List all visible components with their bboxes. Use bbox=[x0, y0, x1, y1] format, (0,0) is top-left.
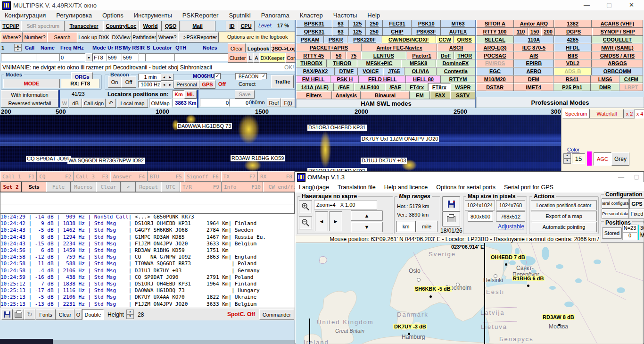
qth-input[interactable] bbox=[174, 53, 204, 61]
macro-tx[interactable]: TXF7 bbox=[221, 171, 258, 182]
promode-egc[interactable]: EGC bbox=[476, 67, 514, 76]
macro-repeat[interactable]: Repeat bbox=[136, 182, 161, 192]
automatic-pointing-button[interactable]: Automatic pointing bbox=[531, 222, 597, 232]
pan-down-button[interactable]: ▼ bbox=[351, 222, 383, 232]
mode-mt63[interactable]: MT63 bbox=[441, 20, 475, 28]
mode-125[interactable]: 125 bbox=[349, 28, 366, 36]
macro--[interactable]: ↶ bbox=[121, 182, 136, 192]
macro-btu[interactable]: BTUF5 bbox=[148, 171, 184, 182]
mode-psk10[interactable]: PSK10 bbox=[412, 20, 441, 28]
gps-config-button[interactable]: GPS bbox=[629, 198, 644, 210]
fonts-button[interactable]: Fonts bbox=[36, 309, 56, 320]
mode-ale400[interactable]: ALE400 bbox=[354, 83, 385, 91]
value2-field[interactable]: 0 bbox=[229, 99, 250, 107]
mode-voice[interactable]: VOICE bbox=[358, 67, 383, 76]
mode-qrss[interactable]: QRSS bbox=[454, 36, 475, 44]
mode-jt65[interactable]: JT65 bbox=[383, 67, 404, 76]
mode-lentus[interactable]: LENTUS bbox=[361, 51, 406, 59]
with-information-button[interactable]: With information bbox=[1, 90, 58, 99]
menu-item-options[interactable]: Options bbox=[102, 12, 124, 19]
promode-iec-870-5[interactable]: IEC 870-5 bbox=[514, 43, 554, 51]
promode-imet4[interactable]: IMET4 bbox=[514, 83, 553, 91]
mode-cw-ndb-ncdxf[interactable]: CW/NDB/NCDXF bbox=[381, 36, 436, 44]
pan-left-button[interactable]: ◄ bbox=[315, 211, 328, 231]
mode-dtmf[interactable]: DTMF bbox=[335, 67, 358, 76]
macro-clear[interactable]: Clear bbox=[96, 182, 121, 192]
map-canvas[interactable]: 023°06.914' E SverigeOsloStockholmDanmar… bbox=[296, 243, 643, 344]
name-input[interactable] bbox=[36, 53, 61, 61]
undo-button[interactable]: ↶ bbox=[106, 99, 116, 108]
mode-250[interactable]: 250 bbox=[366, 28, 383, 36]
macro-utc[interactable]: UTC bbox=[161, 182, 180, 192]
spotc-status[interactable]: SpotC. Off bbox=[227, 311, 255, 318]
ommap-menu-translation-file[interactable]: Translation file bbox=[338, 184, 376, 191]
pan-right-button[interactable]: ► bbox=[329, 211, 342, 231]
promode-150[interactable]: 150 bbox=[528, 28, 542, 36]
search-button[interactable]: Search bbox=[47, 32, 77, 42]
spectrum-tab[interactable]: Spectrum bbox=[562, 109, 590, 118]
cluster-button[interactable]: Cluster bbox=[228, 53, 248, 63]
mode-hell-80[interactable]: HELL 80 bbox=[406, 76, 440, 84]
macro-file[interactable]: File bbox=[46, 182, 71, 192]
maximize-button[interactable]: ▢ bbox=[606, 1, 612, 8]
macro-call-3[interactable]: Call 3F3 bbox=[74, 171, 110, 182]
ft-button[interactable]: F(t) bbox=[281, 98, 295, 107]
mode-wspr[interactable]: WSPR bbox=[451, 83, 475, 91]
mode-ccw[interactable]: CCW bbox=[436, 36, 454, 44]
adjustable-link[interactable]: Adjustable bbox=[498, 223, 524, 230]
rx-log[interactable]: 10:24:29 | -14 dB | 909 Hz | NonStd Call… bbox=[0, 213, 296, 309]
mode-feld-hell[interactable]: FELD HELL bbox=[359, 76, 406, 84]
mode-psk-h[interactable]: PSK H bbox=[330, 76, 359, 84]
call-input[interactable] bbox=[1, 53, 38, 61]
x2-button[interactable]: x 2 bbox=[624, 109, 635, 118]
menu-item-регулировка[interactable]: Регулировка bbox=[56, 12, 92, 19]
macro-call-1[interactable]: Call 1F1 bbox=[0, 171, 37, 182]
promode-amtor-arq[interactable]: Amtor ARQ bbox=[514, 20, 554, 28]
export-map-button[interactable]: Export of a map bbox=[531, 211, 597, 221]
mode-pskr[interactable]: PSKR bbox=[324, 36, 347, 44]
promode-p25-ph1[interactable]: P25 Ph1 bbox=[553, 83, 591, 91]
warning-ok-button[interactable]: OK! bbox=[284, 64, 294, 71]
mode-141a-ale-[interactable]: 141A (ALE) bbox=[296, 83, 334, 91]
height-spinner[interactable]: ▲▼ bbox=[126, 310, 134, 319]
where1-button[interactable]: Where? bbox=[1, 32, 23, 42]
promode-epirb[interactable]: EPIRB bbox=[514, 59, 554, 67]
promode-rs41[interactable]: RS41 bbox=[553, 76, 591, 84]
dxview-button[interactable]: DXView bbox=[110, 32, 132, 42]
promode-ais[interactable]: AIS bbox=[514, 51, 554, 59]
value1-field[interactable]: 0 bbox=[200, 99, 230, 107]
macro-cq[interactable]: CQF2 bbox=[37, 171, 74, 182]
mode-50[interactable]: 50 bbox=[331, 51, 346, 59]
freq-dropdown[interactable]: ▼ bbox=[85, 53, 92, 62]
promode-m10-m20[interactable]: M10/M20 bbox=[476, 76, 514, 84]
color-spinner[interactable]: ▲▼ bbox=[563, 153, 571, 164]
mode-75[interactable]: 75 bbox=[346, 51, 361, 59]
grey-button[interactable]: Grey bbox=[611, 152, 629, 166]
mode-rttym[interactable]: RTTYM bbox=[441, 76, 475, 84]
l-button[interactable]: L bbox=[247, 53, 254, 63]
macro-set-2[interactable]: Set 2 bbox=[0, 182, 22, 192]
size-1024x1024-button[interactable]: 1024x1024 bbox=[465, 200, 495, 210]
promode-lrpt[interactable]: LRPT bbox=[619, 83, 643, 91]
db-button[interactable]: dB bbox=[69, 99, 82, 108]
mode-filters[interactable]: Filters bbox=[296, 91, 332, 99]
mode-amtor-fec-navtex[interactable]: Amtor FEC-Navtex bbox=[362, 43, 437, 51]
commander-button[interactable]: Commander bbox=[259, 309, 294, 320]
waterfall-tab[interactable]: Waterfall bbox=[590, 109, 624, 118]
mile-unit-button[interactable]: mile bbox=[416, 221, 438, 232]
promode-arq-e-3-[interactable]: ARQ-E(3) bbox=[476, 43, 514, 51]
promode-synop-ship[interactable]: SYNOP / SHIP bbox=[592, 28, 643, 36]
promode-dgps[interactable]: DGPS bbox=[555, 28, 592, 36]
promode-110a[interactable]: 110A bbox=[514, 36, 554, 44]
ommap-menu-help-and-licence[interactable]: Help and licence bbox=[384, 184, 428, 191]
promode-dmr[interactable]: DMR bbox=[591, 83, 619, 91]
mode-dof[interactable]: DoF bbox=[437, 51, 454, 59]
transceiver-button[interactable]: Transceiver bbox=[65, 21, 103, 31]
cpu-button[interactable]: CPU bbox=[238, 21, 255, 31]
save-log-button[interactable] bbox=[1, 309, 13, 320]
mode-pax-pax2[interactable]: PAX/PAX2 bbox=[296, 67, 335, 76]
mode-bpsk31[interactable]: BPSK31 bbox=[296, 20, 332, 28]
promode-vdl2[interactable]: VDL2 bbox=[554, 59, 592, 67]
mode-contestia[interactable]: Contestia bbox=[437, 67, 475, 76]
pathfinder-button[interactable]: Pathfinder bbox=[132, 32, 157, 42]
